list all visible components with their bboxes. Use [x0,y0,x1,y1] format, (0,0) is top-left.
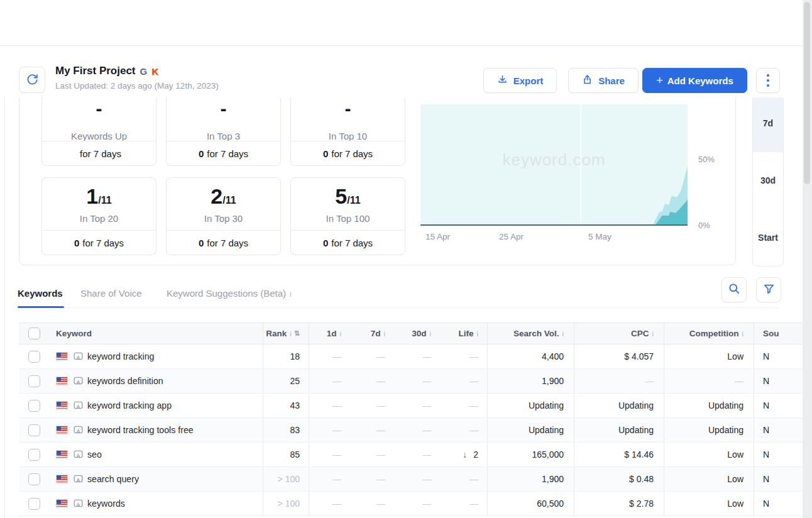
cell-value: 43 [290,400,300,411]
info-icon[interactable]: i [290,330,291,338]
search-icon [728,282,740,297]
cell-d7: — [350,443,394,466]
row-checkbox[interactable] [28,351,40,363]
add-keywords-label: Add Keywords [667,75,733,86]
app-window: - Keywords Up for 7 days - In Top 3 0for… [0,0,812,518]
share-button[interactable]: Share [568,68,639,93]
google-favicon: G [140,66,148,77]
keyword-text: search query [87,474,139,484]
column-label: 7d [371,329,381,338]
row-checkbox[interactable] [28,424,40,436]
cell-d30: — [394,492,440,515]
cell-value: 1,900 [542,474,564,484]
more-options-button[interactable] [756,68,780,93]
info-icon[interactable]: i [652,330,654,338]
info-icon[interactable]: i [477,330,478,338]
page-scrollbar[interactable] [803,0,812,518]
stat-label: In Top 10 [291,131,405,141]
table-row[interactable]: keyword tracking18————4,400$ 4.057LowN [19,344,803,369]
table-filter-button[interactable] [756,277,781,302]
column-header-select [19,323,47,344]
cell-rank: 43 [263,394,309,417]
export-button[interactable]: Export [483,68,557,93]
info-icon[interactable]: i [562,330,564,338]
y-axis-tick-50: 50% [698,155,715,164]
cell-keyword: keyword tracking app [47,394,263,417]
desktop-device-icon [74,377,83,385]
select-all-checkbox[interactable] [28,328,40,339]
stat-label: In Top 30 [167,213,280,224]
column-header-d7: 7di [350,323,394,344]
row-checkbox[interactable] [28,473,40,485]
info-icon[interactable]: i [430,330,431,338]
cell-d7: — [350,492,394,515]
cell-sv: 1,900 [487,369,574,393]
range-30d-button[interactable]: 30d [753,152,783,209]
stat-value: - [167,102,280,116]
row-checkbox[interactable] [28,498,40,510]
add-keywords-button[interactable]: + Add Keywords [642,68,747,93]
column-header-sv: Search Vol.i [487,323,574,344]
info-icon[interactable]: i [384,330,385,338]
table-row[interactable]: keyword tracking app43————UpdatingUpdati… [19,394,803,418]
stat-footer-text: for 7 days [331,238,373,248]
cell-value: — [422,449,431,460]
stat-footer: 0for 7 days [42,230,156,255]
table-row[interactable]: keyword tracking tools free83————Updatin… [19,418,803,443]
cell-value: Updating [529,425,564,435]
column-header-cpc: CPCi [574,323,664,344]
cell-d7: — [350,394,394,417]
stat-footer-num: 0 [323,148,328,159]
info-icon[interactable]: i [340,330,341,338]
column-label: 1d [327,329,337,338]
cell-select [19,394,47,417]
row-checkbox[interactable] [28,449,40,461]
table-search-button[interactable] [721,277,747,302]
column-label: Sou [763,329,779,338]
scrollbar-thumb[interactable] [804,2,810,184]
table-row[interactable]: seo85———↓2165,000$ 14.46LowN [19,443,803,467]
range-start-button[interactable]: Start [753,209,783,266]
cell-value: — [422,425,431,435]
cell-sv: 1,900 [487,467,574,491]
stat-footer: 0for 7 days [291,141,405,165]
x-axis-tick-25apr: 25 Apr [499,232,524,241]
column-label: 30d [412,329,426,338]
us-flag-icon [56,450,68,459]
cell-value: Updating [708,425,743,435]
keyword-favicon: K [151,66,158,77]
cell-value: Low [727,449,743,460]
info-icon[interactable]: i [742,330,743,338]
cell-keyword: keywords definition [47,369,263,393]
cell-rank: 85 [263,443,309,466]
tab-keyword-suggestions[interactable]: Keyword Suggestions (Beta)i [167,288,292,299]
table-row[interactable]: search query> 100————1,900$ 0.48LowN [19,467,803,492]
row-checkbox[interactable] [28,375,40,387]
cell-value: — [376,474,385,484]
plus-icon: + [656,74,663,87]
cell-src: N [754,394,803,417]
cell-value: — [376,449,385,460]
table-row[interactable]: keywords> 100————60,500$ 2.78LowN [19,492,803,516]
cell-value: N [763,400,769,411]
cell-sv: Updating [487,394,574,417]
top-navigation-bar [0,0,803,46]
stat-label: In Top 100 [291,213,405,224]
refresh-icon [26,72,39,88]
desktop-device-icon [74,352,83,361]
cell-keyword: keyword tracking [47,344,263,368]
tab-share-of-voice[interactable]: Share of Voice [80,288,142,299]
keyword-text: keyword tracking app [87,400,172,411]
stat-footer-num: 0 [74,238,79,248]
table-row[interactable]: keywords definition25————1,900——N [19,369,803,394]
sort-icon[interactable]: ⇅ [294,329,300,338]
info-icon[interactable]: i [290,290,291,298]
stat-footer-num: 0 [323,238,328,248]
refresh-button[interactable] [19,67,45,93]
cell-src: N [754,418,803,442]
range-7d-button[interactable]: 7d [753,95,783,152]
row-checkbox[interactable] [28,400,40,412]
tab-keywords[interactable]: Keywords [18,288,63,299]
cell-value: — [332,376,341,386]
cell-value: — [645,376,654,386]
